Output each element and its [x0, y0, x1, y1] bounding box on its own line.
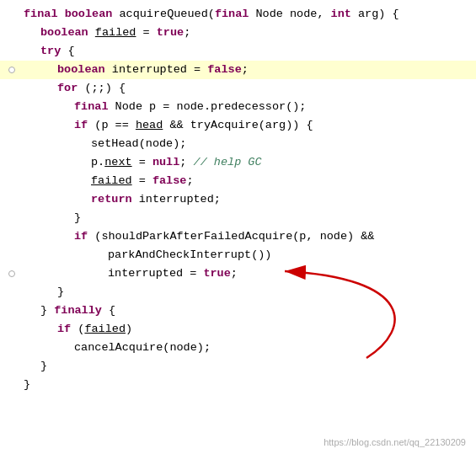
- code-line: }: [0, 357, 476, 376]
- code-text: }: [24, 283, 64, 302]
- code-text: interrupted = true;: [24, 264, 238, 283]
- token: Node node,: [249, 8, 330, 20]
- code-text: if (shouldParkAfterFailedAcquire(p, node…: [24, 227, 374, 246]
- token: =: [132, 156, 152, 168]
- token: }: [40, 304, 54, 317]
- token: true: [157, 26, 184, 39]
- gutter-dot: [8, 67, 15, 73]
- code-line: cancelAcquire(node);: [0, 339, 476, 357]
- token: int: [331, 8, 351, 20]
- code-text: }: [24, 357, 47, 376]
- code-line: failed = false;: [0, 172, 476, 190]
- token: // help GC: [194, 156, 262, 168]
- token: acquireQueued(: [112, 8, 215, 20]
- token: {: [102, 304, 115, 317]
- token: ;: [186, 174, 193, 187]
- code-text: failed = false;: [24, 172, 194, 190]
- token: failed: [91, 174, 132, 187]
- code-line: interrupted = true;: [0, 264, 476, 283]
- code-line: parkAndCheckInterrupt()): [0, 246, 476, 264]
- code-text: return interrupted;: [24, 190, 221, 209]
- token: try: [40, 45, 61, 57]
- code-text: parkAndCheckInterrupt()): [24, 246, 271, 264]
- token: interrupted =: [108, 267, 203, 280]
- token: final: [215, 8, 249, 20]
- token: {: [61, 45, 74, 57]
- token: for: [57, 82, 78, 94]
- token: return: [91, 193, 132, 206]
- token: Node p = node.predecessor();: [109, 100, 307, 113]
- token: arg) {: [351, 8, 399, 20]
- code-line: boolean failed = true;: [0, 24, 476, 42]
- token: boolean: [65, 8, 113, 20]
- token: }: [40, 360, 47, 372]
- code-line: if (p == head && tryAcquire(arg)) {: [0, 116, 476, 135]
- code-lines: final boolean acquireQueued(final Node n…: [0, 5, 476, 394]
- token: head: [136, 119, 163, 131]
- code-line: }: [0, 376, 476, 394]
- code-line: p.next = null; // help GC: [0, 153, 476, 172]
- token: }: [74, 211, 81, 224]
- token: (p ==: [88, 119, 136, 131]
- token: true: [203, 267, 230, 280]
- token: }: [24, 378, 30, 391]
- code-line: for (;;) {: [0, 79, 476, 98]
- gutter-dot: [8, 270, 15, 277]
- code-text: final Node p = node.predecessor();: [24, 98, 306, 116]
- token: (: [71, 323, 84, 335]
- code-line: setHead(node);: [0, 135, 476, 153]
- code-line: return interrupted;: [0, 190, 476, 209]
- token: ;: [231, 267, 238, 280]
- token: cancelAcquire(node);: [74, 341, 211, 354]
- code-text: } finally {: [24, 302, 115, 320]
- token: (;;) {: [78, 82, 126, 94]
- code-line: } finally {: [0, 302, 476, 320]
- token: interrupted =: [105, 63, 208, 76]
- code-text: cancelAcquire(node);: [24, 339, 211, 357]
- gutter-cell: [0, 67, 24, 73]
- token: boolean: [57, 63, 105, 76]
- token: final: [24, 8, 58, 20]
- token: if: [74, 230, 88, 243]
- token: interrupted;: [132, 193, 221, 206]
- token: p.: [91, 156, 104, 168]
- code-text: if (p == head && tryAcquire(arg)) {: [24, 116, 313, 135]
- token: null: [152, 156, 179, 168]
- watermark: https://blog.csdn.net/qq_22130209: [324, 437, 466, 447]
- token: setHead(node);: [91, 137, 186, 150]
- code-line: try {: [0, 42, 476, 61]
- token: ;: [179, 156, 193, 168]
- token: false: [152, 174, 187, 187]
- code-line: boolean interrupted = false;: [0, 61, 476, 79]
- code-editor: final boolean acquireQueued(final Node n…: [0, 0, 476, 454]
- token: final: [74, 100, 109, 113]
- code-text: final boolean acquireQueued(final Node n…: [24, 5, 399, 24]
- token: [58, 8, 65, 20]
- code-line: }: [0, 209, 476, 227]
- token: finally: [54, 304, 102, 317]
- code-text: try {: [24, 42, 75, 61]
- code-line: final boolean acquireQueued(final Node n…: [0, 5, 476, 24]
- code-line: if (failed): [0, 320, 476, 339]
- code-text: }: [24, 209, 81, 227]
- token: failed: [84, 323, 126, 335]
- token: && tryAcquire(arg)) {: [163, 119, 313, 131]
- token: }: [57, 286, 64, 298]
- token: next: [104, 156, 131, 168]
- code-text: boolean failed = true;: [24, 24, 190, 42]
- code-text: if (failed): [24, 320, 132, 339]
- code-text: for (;;) {: [24, 79, 126, 98]
- token: (shouldParkAfterFailedAcquire(p, node) &…: [88, 230, 374, 243]
- token: if: [74, 119, 88, 131]
- token: ;: [184, 26, 190, 39]
- gutter-cell: [0, 270, 24, 277]
- code-text: p.next = null; // help GC: [24, 153, 262, 172]
- code-text: }: [24, 376, 30, 394]
- code-line: final Node p = node.predecessor();: [0, 98, 476, 116]
- token: failed: [95, 26, 136, 39]
- token: false: [207, 63, 242, 76]
- code-text: setHead(node);: [24, 135, 186, 153]
- token: [88, 26, 95, 39]
- code-line: if (shouldParkAfterFailedAcquire(p, node…: [0, 227, 476, 246]
- token: boolean: [40, 26, 88, 39]
